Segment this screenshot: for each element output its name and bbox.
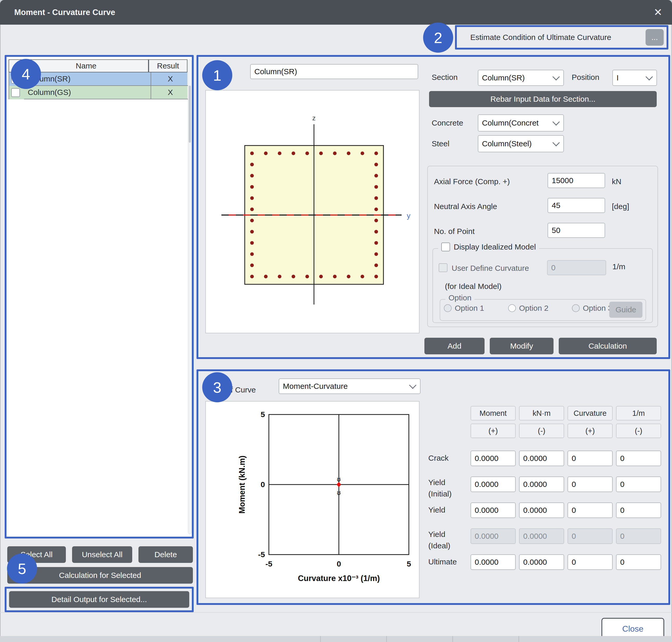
concrete-select[interactable]: Column(Concret bbox=[478, 114, 564, 131]
list-header-result[interactable]: Result bbox=[148, 60, 187, 72]
crack-curvature-minus-input[interactable] bbox=[616, 451, 661, 466]
position-label: Position bbox=[572, 73, 599, 82]
y-axis-label: y bbox=[407, 212, 410, 220]
annotation-circle-3: 3 bbox=[202, 372, 232, 402]
steel-select[interactable]: Column(Steel) bbox=[478, 135, 564, 152]
list-header-name[interactable]: Name bbox=[24, 60, 148, 72]
chevron-down-icon bbox=[646, 73, 653, 80]
yield-curvature-plus-input[interactable] bbox=[567, 502, 612, 518]
neutral-axis-angle-input[interactable] bbox=[548, 198, 605, 213]
neutral-axis-angle-unit: [deg] bbox=[612, 202, 629, 211]
results-sign-plus-2: (+) bbox=[567, 424, 612, 438]
no-of-point-label: No. of Point bbox=[434, 227, 475, 236]
xtick-mid: 0 bbox=[337, 560, 341, 568]
origin-marker-glyph-top: ʊ bbox=[337, 475, 341, 483]
crack-curvature-plus-input[interactable] bbox=[567, 451, 612, 466]
no-of-point-input[interactable] bbox=[548, 223, 605, 238]
yield-initial-moment-minus-input[interactable] bbox=[519, 476, 564, 492]
estimate-condition-outline: Estimate Condition of Ultimate Curvature… bbox=[455, 25, 668, 50]
table-row[interactable]: Column(GS) X bbox=[9, 86, 187, 99]
row-result: X bbox=[151, 86, 190, 99]
chart-ylabel: Moment (kN.m) bbox=[237, 455, 247, 514]
yield-moment-plus-input[interactable] bbox=[471, 502, 516, 518]
yield-ideal-moment-plus-input bbox=[471, 528, 516, 544]
detail-output-for-selected-button[interactable]: Detail Output for Selected... bbox=[9, 591, 189, 608]
yield-initial-row-label: Yield bbox=[428, 478, 445, 487]
calculation-button[interactable]: Calculation bbox=[559, 338, 657, 354]
row-name: Column(GS) bbox=[24, 86, 151, 99]
estimate-condition-more-button[interactable]: ... bbox=[646, 29, 664, 46]
bottom-strip bbox=[0, 636, 672, 642]
bottom-strip-divider bbox=[320, 636, 321, 642]
ultimate-moment-minus-input[interactable] bbox=[519, 554, 564, 570]
option-groupbox: Option Option 1 Option 2 Option 3 Guide bbox=[440, 299, 646, 321]
yield-initial-moment-plus-input[interactable] bbox=[471, 476, 516, 492]
yield-moment-minus-input[interactable] bbox=[519, 502, 564, 518]
origin-marker-glyph-bottom: ʊ bbox=[337, 489, 341, 497]
ytick-bottom: -5 bbox=[258, 550, 265, 559]
yield-initial-curvature-plus-input[interactable] bbox=[567, 476, 612, 492]
steel-select-value: Column(Steel) bbox=[482, 139, 553, 148]
moment-curvature-dialog: Moment - Curvature Curve ✕ Estimate Cond… bbox=[0, 0, 672, 642]
row-name: Column(SR) bbox=[24, 72, 151, 86]
delete-button[interactable]: Delete bbox=[139, 546, 193, 563]
add-button[interactable]: Add bbox=[424, 338, 485, 354]
option3-label: Option 3 bbox=[583, 304, 612, 312]
bottom-strip-divider bbox=[452, 636, 453, 642]
crack-moment-plus-input[interactable] bbox=[471, 451, 516, 466]
cross-section-drawing: z y bbox=[206, 91, 419, 333]
crack-moment-minus-input[interactable] bbox=[519, 451, 564, 466]
results-header-moment: Moment bbox=[471, 406, 516, 421]
user-define-curvature-checkbox bbox=[439, 263, 447, 272]
list-scrollbar-track[interactable] bbox=[188, 60, 192, 534]
yield-initial-curvature-minus-input[interactable] bbox=[616, 476, 661, 492]
option2-radio-group: Option 2 bbox=[508, 304, 548, 312]
option2-label: Option 2 bbox=[519, 304, 548, 312]
display-idealized-legend: Display Idealized Model bbox=[438, 243, 539, 251]
results-sign-plus-1: (+) bbox=[471, 424, 516, 438]
user-define-curvature-label: User Define Curvature bbox=[452, 264, 529, 273]
annotation-circle-5: 5 bbox=[7, 554, 37, 583]
yield-curvature-minus-input[interactable] bbox=[616, 502, 661, 518]
option1-label: Option 1 bbox=[455, 304, 484, 312]
option1-radio-group: Option 1 bbox=[444, 304, 484, 312]
ultimate-curvature-plus-input[interactable] bbox=[567, 554, 612, 570]
display-idealized-checkbox[interactable] bbox=[441, 243, 450, 251]
option-legend: Option bbox=[445, 293, 474, 302]
scrollbar-thumb[interactable] bbox=[189, 86, 191, 143]
ultimate-moment-plus-input[interactable] bbox=[471, 554, 516, 570]
bottom-strip-divider bbox=[518, 636, 519, 642]
rebar-input-data-button[interactable]: Rebar Input Data for Section... bbox=[429, 91, 657, 107]
section-panel-outline: z y Section Column(SR) Position I Rebar … bbox=[197, 55, 670, 359]
section-preview: z y bbox=[205, 90, 420, 333]
xtick-right: 5 bbox=[407, 560, 411, 568]
option1-radio bbox=[444, 304, 452, 312]
type-of-curve-select[interactable]: Moment-Curvature bbox=[279, 378, 421, 394]
bottom-strip-divider bbox=[386, 636, 387, 642]
yield-ideal-row-sublabel: (Ideal) bbox=[428, 541, 450, 550]
axial-force-input[interactable] bbox=[548, 173, 605, 188]
chevron-down-icon bbox=[553, 73, 560, 80]
modify-button[interactable]: Modify bbox=[490, 338, 554, 354]
ytick-top: 5 bbox=[261, 410, 265, 419]
row-checkbox[interactable] bbox=[11, 88, 20, 97]
ultimate-row-label: Ultimate bbox=[428, 557, 457, 566]
crack-row-label: Crack bbox=[428, 454, 449, 462]
position-select-value: I bbox=[617, 74, 646, 82]
section-select[interactable]: Column(SR) bbox=[478, 70, 564, 86]
position-select[interactable]: I bbox=[612, 70, 657, 86]
option2-radio bbox=[508, 304, 516, 312]
section-name-input[interactable] bbox=[250, 64, 418, 79]
ultimate-curvature-minus-input[interactable] bbox=[616, 554, 661, 570]
list-panel-outline: Name Result Column(SR) X Column(GS) X bbox=[5, 55, 194, 539]
axial-force-label: Axial Force (Comp. +) bbox=[434, 177, 510, 186]
for-ideal-model-note: (for Ideal Model) bbox=[445, 282, 501, 291]
close-icon[interactable]: ✕ bbox=[648, 0, 668, 25]
xtick-left: -5 bbox=[265, 560, 273, 568]
unselect-all-button[interactable]: Unselect All bbox=[72, 546, 132, 563]
chevron-down-icon bbox=[409, 382, 417, 389]
curve-panel-outline: Type of Curve Moment-Curvature 5 0 -5 -5… bbox=[197, 369, 670, 605]
option3-radio-group: Option 3 bbox=[572, 304, 612, 312]
annotation-circle-1: 1 bbox=[202, 60, 232, 90]
steel-label: Steel bbox=[432, 139, 449, 148]
